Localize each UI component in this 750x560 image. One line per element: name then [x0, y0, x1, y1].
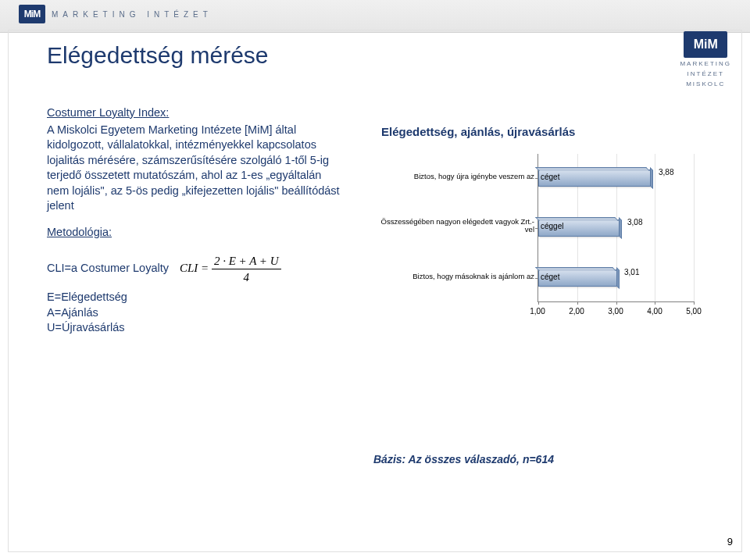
brand-logo-right: MiM MARKETING INTÉZET MISKOLC	[680, 31, 731, 89]
chart: Elégedettség, ajánlás, újravásárlás 3,88…	[373, 125, 716, 375]
xtick	[616, 301, 617, 305]
xtick	[538, 301, 539, 305]
brand-badge-large-icon: MiM	[684, 31, 727, 58]
x-tick-label: 3,00	[604, 307, 627, 316]
bar-value: 3,08	[627, 218, 642, 226]
brand-text: MARKETING INTÉZET	[52, 10, 212, 19]
chart-plot: 3,88 3,08 3,01 Biztos, hogy újra igénybe…	[373, 154, 716, 318]
formula-eq: =	[201, 262, 209, 274]
def-u: U=Újravásárlás	[47, 320, 344, 336]
brand-sub-line2: INTÉZET	[680, 70, 731, 78]
x-tick-label: 2,00	[565, 307, 588, 316]
x-tick-label: 4,00	[643, 307, 666, 316]
category-text: Biztos, hogy másoknak is ajánlom az	[412, 273, 534, 280]
xtick	[655, 301, 655, 305]
def-e: E=Elégedettség	[47, 290, 344, 305]
definitions: E=Elégedettség A=Ajánlás U=Újravásárlás	[47, 290, 344, 336]
brand-sub-line3: MISKOLC	[680, 80, 731, 88]
formula-numerator: 2 · E + A + U	[212, 253, 281, 269]
formula-denominator: 4	[212, 269, 281, 285]
brand-logo-left: MiM MARKETING INTÉZET	[19, 5, 212, 23]
xtick	[694, 301, 695, 305]
brand-badge-icon: MiM	[19, 5, 45, 23]
formula-row: CLI=a Costumer Loyalty CLI = 2 · E + A +…	[47, 253, 344, 286]
gridline	[655, 154, 655, 301]
x-tick-label: 5,00	[682, 307, 705, 316]
cli-subhead: Costumer Loyalty Index:	[47, 105, 344, 121]
methodology-heading: Metodológia:	[47, 225, 344, 241]
x-tick-label: 1,00	[526, 307, 549, 316]
left-column: Costumer Loyalty Index: A Miskolci Egyet…	[47, 105, 344, 336]
def-a: A=Ajánlás	[47, 305, 344, 321]
category-suffix: céget	[538, 173, 559, 181]
formula-lhs: CLI	[180, 262, 198, 274]
bar-value: 3,88	[659, 168, 673, 177]
page-title: Elégedettség mérése	[47, 42, 269, 69]
gridline	[694, 154, 695, 301]
cli-paragraph: A Miskolci Egyetem Marketing Intézete [M…	[47, 123, 344, 214]
category-suffix: céget	[538, 273, 559, 281]
category-text: Biztos, hogy újra igénybe veszem az	[414, 173, 534, 180]
formula: CLI = 2 · E + A + U 4	[180, 253, 281, 286]
chart-title: Elégedettség, ajánlás, újravásárlás	[373, 125, 716, 138]
category-text: Összességében nagyon elégedett vagyok Zr…	[374, 218, 534, 234]
category-label: Összességében nagyon elégedett vagyok Zr…	[373, 218, 538, 234]
xtick	[577, 301, 578, 305]
def-cli: CLI=a Costumer Loyalty	[47, 261, 169, 276]
category-label: Biztos, hogy másoknak is ajánlom az cége…	[373, 273, 538, 280]
chart-footnote: Bázis: Az összes válaszadó, n=614	[373, 453, 554, 465]
page-number: 9	[727, 536, 733, 548]
brand-sub-line1: MARKETING	[680, 59, 731, 68]
header-band: MiM MARKETING INTÉZET	[0, 0, 750, 33]
category-suffix: céggel	[538, 222, 563, 230]
bar-value: 3,01	[624, 268, 639, 276]
category-label: Biztos, hogy újra igénybe veszem az cége…	[373, 173, 538, 180]
